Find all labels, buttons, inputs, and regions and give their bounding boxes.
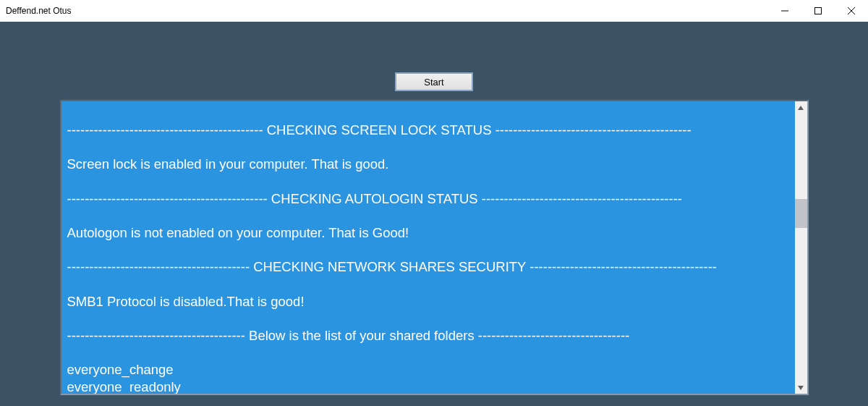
- scrollbar[interactable]: [795, 101, 807, 394]
- close-button[interactable]: [835, 0, 868, 22]
- window-title: Deffend.net Otus: [6, 6, 72, 16]
- svg-rect-1: [815, 8, 822, 14]
- scroll-thumb[interactable]: [795, 199, 807, 228]
- output-panel: ----------------------------------------…: [60, 100, 809, 395]
- app-body: Start ----------------------------------…: [0, 22, 868, 406]
- scroll-track[interactable]: [795, 114, 807, 381]
- titlebar: Deffend.net Otus: [0, 0, 868, 22]
- output-text: ----------------------------------------…: [61, 101, 795, 394]
- minimize-button[interactable]: [768, 0, 801, 22]
- svg-marker-5: [798, 386, 804, 390]
- svg-marker-4: [798, 106, 804, 110]
- scroll-down-arrow[interactable]: [795, 381, 807, 394]
- start-button[interactable]: Start: [395, 72, 473, 91]
- window-controls: [768, 0, 868, 22]
- maximize-button[interactable]: [801, 0, 835, 22]
- scroll-up-arrow[interactable]: [795, 101, 807, 114]
